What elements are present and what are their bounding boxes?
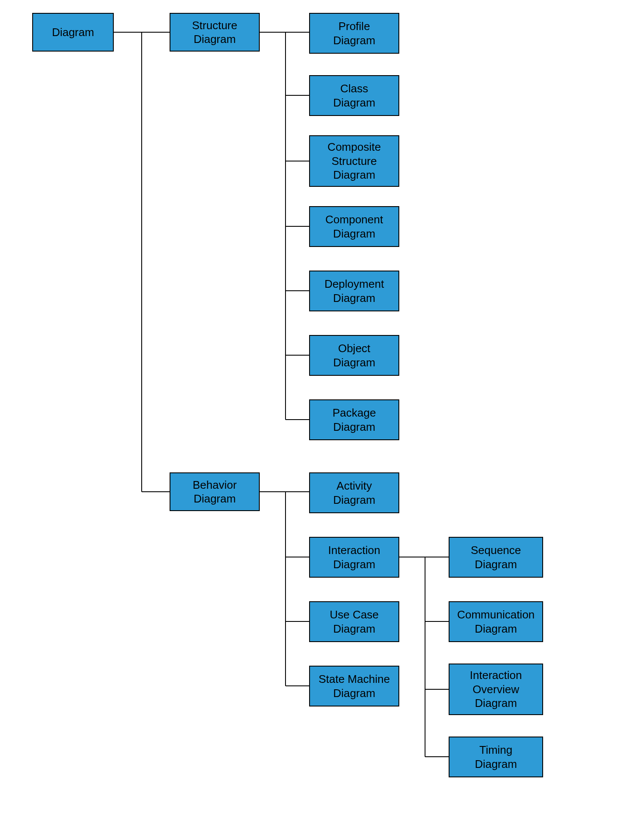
node-component-diagram: Component Diagram [309,206,399,247]
node-package-diagram: Package Diagram [309,399,399,440]
node-behavior-diagram: Behavior Diagram [170,472,260,511]
node-use-case-diagram: Use Case Diagram [309,601,399,642]
node-class-diagram: Class Diagram [309,75,399,116]
node-state-machine-diagram: State Machine Diagram [309,666,399,706]
node-interaction-diagram: Interaction Diagram [309,537,399,578]
node-object-diagram: Object Diagram [309,335,399,376]
node-sequence-diagram: Sequence Diagram [449,537,543,578]
node-profile-diagram: Profile Diagram [309,13,399,54]
node-structure-diagram: Structure Diagram [170,13,260,52]
node-communication-diagram: Communication Diagram [449,601,543,642]
node-timing-diagram: Timing Diagram [449,737,543,777]
node-activity-diagram: Activity Diagram [309,472,399,513]
node-interaction-overview-diagram: Interaction Overview Diagram [449,664,543,715]
node-composite-structure-diagram: Composite Structure Diagram [309,135,399,187]
node-diagram: Diagram [32,13,114,52]
node-deployment-diagram: Deployment Diagram [309,271,399,311]
diagram-canvas: Diagram Structure Diagram Behavior Diagr… [0,0,644,816]
